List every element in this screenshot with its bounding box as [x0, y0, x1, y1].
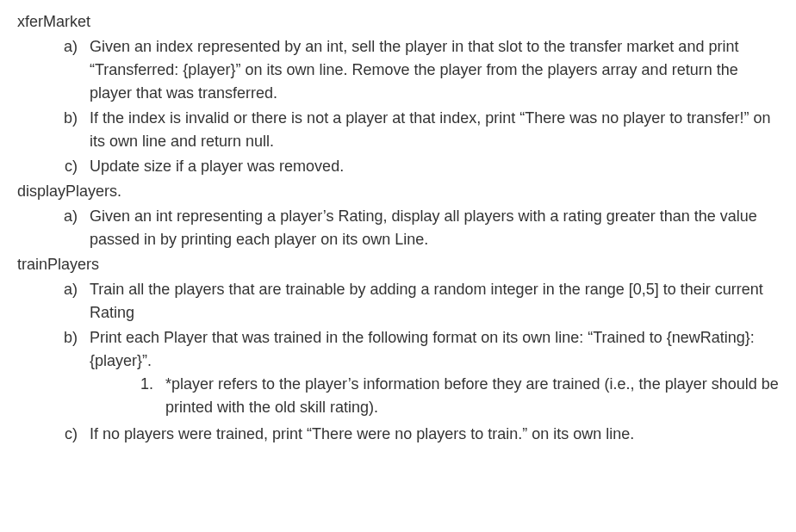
list-item: c) If no players were trained, print “Th… — [57, 423, 779, 446]
list-item: a) Train all the players that are traina… — [57, 278, 779, 325]
list-item: b) If the index is invalid or there is n… — [57, 107, 779, 153]
list-marker: b) — [57, 326, 86, 421]
list-item: a) Given an int representing a player’s … — [57, 205, 779, 251]
list-marker: b) — [57, 107, 86, 153]
list-marker: c) — [57, 155, 86, 178]
document-content: xferMarket a) Given an index represented… — [17, 10, 779, 446]
sub-item: 1. *player refers to the player’s inform… — [138, 373, 779, 419]
list-displayplayers: a) Given an int representing a player’s … — [17, 205, 779, 251]
list-content: Update size if a player was removed. — [86, 155, 779, 178]
list-trainplayers: a) Train all the players that are traina… — [17, 278, 779, 446]
section-title-trainplayers: trainPlayers — [17, 253, 779, 276]
list-item: b) Print each Player that was trained in… — [57, 326, 779, 421]
section-title-xfermarket: xferMarket — [17, 10, 779, 34]
list-marker: c) — [57, 423, 86, 446]
list-xfermarket: a) Given an index represented by an int,… — [17, 35, 779, 178]
sub-marker: 1. — [138, 373, 162, 419]
list-content: Given an int representing a player’s Rat… — [86, 205, 779, 251]
list-content-with-sub: Print each Player that was trained in th… — [86, 326, 779, 421]
list-content: Train all the players that are trainable… — [86, 278, 779, 325]
list-item: c) Update size if a player was removed. — [57, 155, 779, 178]
list-marker: a) — [57, 35, 86, 105]
list-content: Given an index represented by an int, se… — [86, 35, 779, 105]
list-marker: a) — [57, 278, 86, 325]
section-title-displayplayers: displayPlayers. — [17, 180, 779, 203]
list-item: a) Given an index represented by an int,… — [57, 35, 779, 105]
sub-list: 1. *player refers to the player’s inform… — [90, 373, 779, 419]
list-text: Print each Player that was trained in th… — [90, 326, 779, 373]
list-content: If the index is invalid or there is not … — [86, 107, 779, 153]
sub-content: *player refers to the player’s informati… — [162, 373, 779, 419]
list-marker: a) — [57, 205, 86, 251]
list-content: If no players were trained, print “There… — [86, 423, 779, 446]
